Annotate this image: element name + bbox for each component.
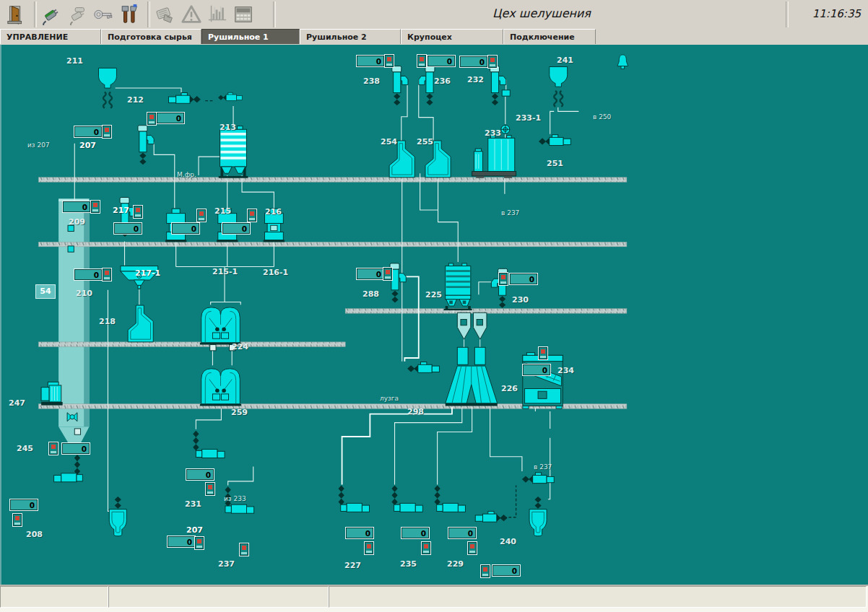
screw-conveyor-212[interactable] [168, 92, 200, 103]
aspirator-232[interactable] [490, 66, 506, 105]
value-display[interactable]: 0 [74, 126, 102, 137]
value-display[interactable]: 0 [222, 223, 250, 234]
motor-status-indicator[interactable] [13, 514, 22, 526]
value-display[interactable]: 0 [357, 268, 384, 279]
acknowledge-panel-icon[interactable] [153, 2, 178, 27]
screw-conveyor-251[interactable] [539, 135, 570, 146]
exit-door-icon[interactable] [4, 2, 29, 27]
pipe-line [154, 142, 175, 208]
valve-233-1[interactable] [501, 125, 510, 134]
motor-status-indicator[interactable] [147, 113, 156, 125]
value-display[interactable]: 0 [63, 201, 90, 212]
motor-status-indicator[interactable] [383, 268, 392, 280]
motor-status-indicator[interactable] [468, 542, 477, 554]
value-display[interactable]: 0 [523, 364, 550, 375]
motor-status-indicator[interactable] [539, 347, 547, 359]
conveyor-237[interactable] [225, 504, 254, 513]
value-display[interactable]: 0 [186, 469, 214, 480]
motor-status-indicator[interactable] [248, 209, 256, 222]
motor-status-indicator[interactable] [103, 268, 111, 281]
value-display[interactable]: 0 [114, 223, 142, 234]
junction-box-232[interactable] [502, 90, 510, 96]
motor-status-indicator[interactable] [488, 56, 497, 68]
screw-229[interactable] [434, 485, 440, 505]
value-display[interactable]: 0 [402, 528, 429, 538]
value-display[interactable]: 0 [10, 499, 38, 510]
silo-213[interactable] [219, 126, 248, 178]
label-298: 298 [407, 408, 424, 416]
key-icon[interactable] [91, 2, 116, 27]
motor-status-indicator[interactable] [134, 206, 142, 218]
motor-status-indicator[interactable] [499, 273, 508, 285]
sieve-234[interactable] [523, 353, 563, 409]
trend-chart-icon[interactable] [205, 2, 230, 27]
value-display[interactable]: 0 [157, 113, 184, 123]
screw-235[interactable] [391, 485, 397, 505]
screw-227[interactable] [338, 485, 344, 505]
value-display[interactable]: 0 [460, 56, 487, 67]
motor-status-indicator[interactable] [422, 542, 430, 554]
motor-247[interactable] [41, 382, 63, 405]
machine-233[interactable] [472, 136, 516, 178]
aspirator-288[interactable] [390, 263, 406, 302]
motor-status-indicator[interactable] [365, 542, 373, 554]
conveyor-231[interactable] [196, 450, 225, 458]
tab-управление[interactable]: УПРАВЛЕНИЕ [0, 29, 101, 44]
value-display[interactable]: 0 [172, 223, 199, 234]
value-display[interactable]: 0 [168, 536, 195, 547]
alarm-warning-icon[interactable] [179, 2, 204, 27]
value-display[interactable]: 0 [357, 56, 384, 66]
value-display[interactable]: 0 [510, 274, 537, 284]
value-display[interactable]: 0 [62, 443, 90, 454]
motor-status-indicator[interactable] [417, 55, 426, 67]
conveyor-235[interactable] [394, 503, 423, 512]
tab-подключение[interactable]: Подключение [503, 29, 596, 44]
tab-bar: УПРАВЛЕНИЕПодготовка сырьяРушильное 1Руш… [0, 29, 868, 45]
screw-conveyor-212b[interactable] [218, 92, 242, 100]
cyclone-241[interactable] [550, 66, 568, 106]
motor-status-indicator[interactable] [197, 209, 206, 222]
aspirator-238[interactable] [392, 66, 408, 105]
tab-подготовка-сырья[interactable]: Подготовка сырья [101, 29, 201, 44]
value-display[interactable]: 0 [346, 528, 373, 538]
screw-231[interactable] [193, 431, 199, 451]
value-display[interactable]: 0 [448, 528, 476, 538]
tab-рушильное-1[interactable]: Рушильное 1 [201, 29, 300, 44]
conveyor-227[interactable] [341, 503, 370, 512]
alarm-bell-icon[interactable] [617, 55, 628, 69]
screw-conveyor-240[interactable] [475, 511, 507, 522]
value-display[interactable]: 0 [74, 269, 102, 280]
machine-226[interactable] [446, 312, 498, 406]
motor-status-indicator[interactable] [91, 201, 100, 213]
tab-крупоцех[interactable]: Крупоцех [401, 29, 503, 44]
motor-status-indicator[interactable] [49, 442, 58, 455]
motor-status-indicator[interactable] [240, 543, 248, 556]
motor-status-indicator[interactable] [481, 565, 490, 577]
motor-status-indicator[interactable] [385, 55, 394, 67]
connect-plug-icon[interactable] [39, 2, 64, 27]
aspiration-218[interactable] [128, 305, 153, 342]
value-display[interactable]: 0 [492, 565, 520, 576]
paddy-machine-224[interactable] [200, 307, 241, 345]
value-display[interactable]: 0 [428, 56, 455, 66]
label-233-1: 233-1 [516, 114, 541, 123]
tools-icon[interactable] [117, 2, 142, 27]
aspirator-207[interactable] [138, 126, 154, 165]
cyclone-bottom-left[interactable] [109, 497, 126, 536]
screw-conveyor-240a[interactable] [522, 473, 554, 484]
cyclone-211[interactable] [99, 68, 117, 108]
motor-status-indicator[interactable] [206, 483, 214, 495]
tab-рушильное-2[interactable]: Рушильное 2 [300, 29, 401, 44]
aspirator-236[interactable] [419, 66, 435, 105]
screw-208[interactable] [74, 455, 80, 475]
silo-225[interactable] [444, 263, 472, 310]
paddy-machine-259[interactable] [200, 369, 241, 406]
motor-status-indicator[interactable] [103, 126, 111, 138]
screw-conveyor-298[interactable] [407, 362, 439, 373]
motor-status-indicator[interactable] [195, 537, 204, 549]
disconnect-plug-icon[interactable] [65, 2, 90, 27]
conveyor-208[interactable] [54, 473, 83, 482]
report-table-icon[interactable] [231, 2, 256, 27]
cyclone-bottom-right[interactable] [529, 497, 547, 536]
conveyor-229[interactable] [437, 503, 466, 512]
